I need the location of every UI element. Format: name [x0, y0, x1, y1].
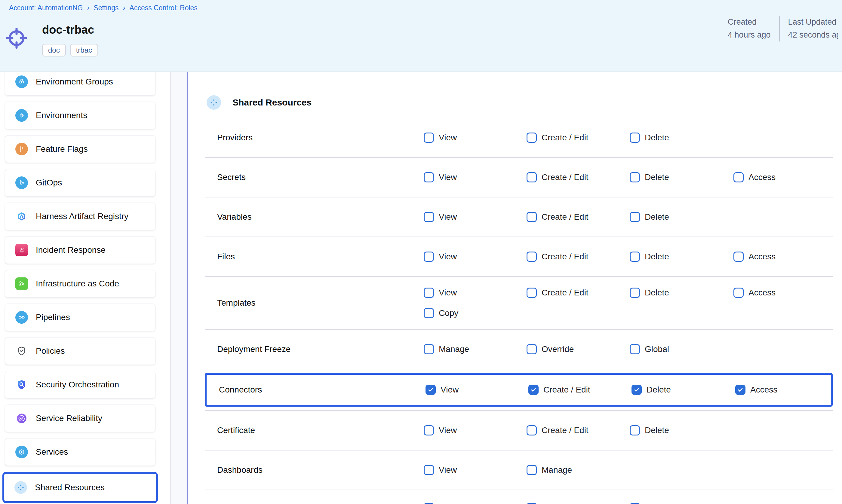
panel-splitter — [171, 72, 188, 504]
access-checkbox[interactable] — [734, 288, 744, 298]
sidebar-item-harness-artifact-registry[interactable]: Harness Artifact Registry — [5, 202, 156, 230]
delete-checkbox[interactable] — [631, 385, 642, 395]
dashboards-row: DashboardsViewManage — [205, 450, 833, 490]
role-tags: doc trbac — [42, 44, 98, 56]
breadcrumb-settings-link[interactable]: Settings — [93, 4, 119, 12]
permission-cell: Create / Edit — [527, 212, 630, 222]
permission-label: Create / Edit — [542, 173, 589, 182]
create-edit-checkbox[interactable] — [527, 132, 537, 143]
infrastructure-as-code-icon — [15, 277, 28, 290]
sidebar-item-infrastructure-as-code[interactable]: Infrastructure as Code — [5, 270, 156, 298]
create-edit-checkbox[interactable] — [527, 252, 537, 262]
create-edit-checkbox[interactable] — [527, 172, 537, 182]
sidebar-item-label: Pipelines — [36, 312, 70, 322]
permission-cell: View — [425, 385, 528, 395]
sidebar-item-service-reliability[interactable]: Service Reliability — [5, 404, 156, 432]
permissions-panel-title: Shared Resources — [232, 97, 312, 108]
permission-cell: Delete — [630, 252, 734, 262]
permission-cell: Access — [734, 172, 833, 182]
sidebar-item-environment-groups[interactable]: Environment Groups — [5, 72, 156, 95]
manage-checkbox[interactable] — [424, 344, 434, 354]
resource-label: Templates — [205, 298, 424, 308]
permission-label: Access — [749, 173, 775, 182]
permission-label: Override — [542, 344, 574, 354]
sidebar-item-feature-flags[interactable]: Feature Flags — [5, 135, 156, 163]
view-checkbox[interactable] — [424, 288, 434, 298]
create-edit-checkbox[interactable] — [528, 385, 539, 395]
delete-checkbox[interactable] — [630, 252, 640, 262]
permission-checkbox[interactable] — [527, 503, 537, 504]
delete-checkbox[interactable] — [630, 288, 640, 298]
environments-icon — [15, 109, 28, 122]
global-checkbox[interactable] — [630, 344, 640, 354]
view-checkbox[interactable] — [424, 465, 434, 475]
created-label: Created — [728, 16, 771, 29]
delete-checkbox[interactable] — [630, 172, 640, 182]
create-edit-checkbox[interactable] — [527, 212, 537, 222]
view-checkbox[interactable] — [424, 425, 434, 435]
sidebar-item-pipelines[interactable]: Pipelines — [5, 304, 156, 331]
page-title: doc-trbac — [42, 23, 94, 36]
sidebar-item-policies[interactable]: Policies — [5, 337, 156, 365]
permission-cell: View — [424, 132, 527, 143]
create-edit-checkbox[interactable] — [527, 425, 537, 435]
sidebar-item-gitops[interactable]: GitOps — [5, 169, 156, 197]
pipelines-icon — [15, 311, 28, 324]
resource-label: Deployment Freeze — [205, 344, 424, 354]
permission-label: Create / Edit — [542, 133, 589, 142]
permission-label: Global — [645, 344, 669, 354]
view-checkbox[interactable] — [424, 172, 434, 182]
sidebar-item-shared-resources[interactable]: Shared Resources — [4, 474, 156, 501]
view-checkbox[interactable] — [424, 252, 434, 262]
environment-groups-icon — [15, 75, 28, 88]
create-edit-checkbox[interactable] — [527, 288, 537, 298]
permission-cell — [424, 490, 527, 504]
permission-label: Delete — [645, 426, 669, 435]
permission-cell: Access — [734, 288, 833, 298]
permission-cell: View — [424, 465, 527, 475]
sidebar-item-environments[interactable]: Environments — [5, 102, 156, 129]
access-checkbox[interactable] — [734, 252, 744, 262]
permission-label: Create / Edit — [543, 385, 590, 395]
permission-label: View — [439, 212, 457, 222]
sidebar-item-label: Feature Flags — [36, 144, 88, 154]
access-checkbox[interactable] — [734, 172, 744, 182]
resource-label: Dashboards — [205, 465, 424, 475]
permission-checkbox[interactable] — [630, 503, 640, 504]
copy-checkbox[interactable] — [424, 308, 434, 318]
sidebar-item-label: Environments — [36, 111, 87, 120]
permission-cell: Create / Edit — [527, 425, 630, 435]
view-checkbox[interactable] — [424, 132, 434, 143]
permission-cell: Copy — [424, 308, 527, 318]
sidebar-item-services[interactable]: Services — [5, 438, 156, 466]
permission-cell: Access — [734, 252, 833, 262]
view-checkbox[interactable] — [425, 385, 436, 395]
override-checkbox[interactable] — [527, 344, 537, 354]
sidebar-item-incident-response[interactable]: Incident Response — [5, 236, 156, 264]
permission-cell: Delete — [630, 132, 734, 143]
resource-label: Providers — [205, 133, 424, 142]
permission-cell: View — [424, 212, 527, 222]
breadcrumb-roles-link[interactable]: Access Control: Roles — [129, 4, 197, 12]
sidebar-item-security-orchestration[interactable]: Security Orchestration — [5, 371, 156, 398]
delete-checkbox[interactable] — [630, 212, 640, 222]
permission-checkbox[interactable] — [424, 503, 434, 504]
permission-cell: Manage — [527, 465, 630, 475]
breadcrumb-account-link[interactable]: Account: AutomationNG — [9, 4, 83, 12]
shared-resources-icon — [14, 481, 27, 494]
permission-cell: Create / Edit — [527, 252, 630, 262]
security-orchestration-icon — [15, 378, 28, 391]
access-checkbox[interactable] — [735, 385, 745, 395]
manage-checkbox[interactable] — [527, 465, 537, 475]
delete-checkbox[interactable] — [630, 132, 640, 143]
page-header: Account: AutomationNG › Settings › Acces… — [0, 0, 842, 72]
tag-trbac: trbac — [70, 44, 98, 56]
permission-label: Delete — [645, 252, 669, 262]
last-updated-block: Last Updated 42 seconds ago — [779, 16, 838, 41]
delete-checkbox[interactable] — [630, 425, 640, 435]
view-checkbox[interactable] — [424, 212, 434, 222]
services-icon — [15, 446, 28, 458]
permission-cell: Manage — [424, 344, 527, 354]
permission-label: View — [439, 133, 457, 142]
resource-label: Certificate — [205, 426, 424, 435]
